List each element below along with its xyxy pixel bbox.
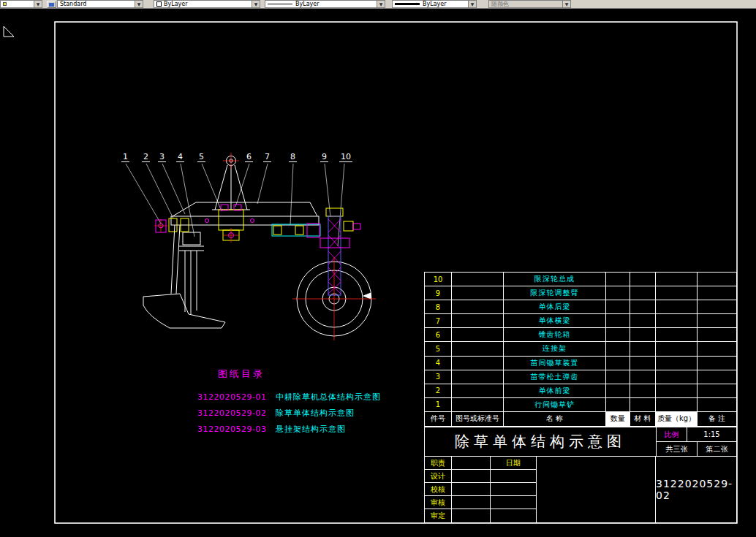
part-material-cell xyxy=(630,384,656,398)
part-name-cell: 苗带松土弹齿 xyxy=(504,370,606,384)
frame-geometry xyxy=(143,156,371,337)
lineweight-sample-icon xyxy=(395,3,420,5)
part-qty-cell xyxy=(606,398,630,412)
part-drawing-no-cell xyxy=(452,286,504,300)
signature-cell xyxy=(452,470,491,483)
catalog-item: 3122020529-01 中耕除草机总体结构示意图 xyxy=(197,389,417,405)
text-style-value: Standard xyxy=(60,1,86,7)
part-drawing-no-cell xyxy=(452,328,504,342)
notes-cell xyxy=(537,457,656,522)
text-style-dropdown[interactable]: Standard ▼ xyxy=(57,0,143,8)
part-qty-cell xyxy=(606,384,630,398)
color-value: ByLayer xyxy=(164,1,188,7)
part-qty-cell xyxy=(606,357,630,370)
part-name-cell: 苗间锄草装置 xyxy=(504,357,606,370)
part-name-cell: 单体前梁 xyxy=(504,384,606,398)
role-label: 职责 xyxy=(425,457,452,470)
toolbar: ▼ Standard ▼ ByLayer ▼ ByLayer ▼ ByLayer… xyxy=(0,0,756,9)
part-material-cell xyxy=(630,300,656,314)
plot-style-dropdown: 随颜色 ▼ xyxy=(488,0,571,8)
callout-1: 1 xyxy=(121,153,129,162)
part-drawing-no-cell xyxy=(452,370,504,384)
part-material-cell xyxy=(630,286,656,300)
part-name-cell: 限深轮调整臂 xyxy=(504,286,606,300)
title-block-signature-grid: 职责 日期 3122020529-02 设计 校核 审核 审定 xyxy=(424,456,737,523)
part-remarks-cell xyxy=(698,286,736,300)
part-material-cell xyxy=(630,370,656,384)
machine-side-view xyxy=(126,153,376,340)
linetype-sample-icon xyxy=(268,4,292,4)
part-weight-cell xyxy=(656,314,698,328)
scale-value: 1:15 xyxy=(687,427,736,441)
role-label: 校核 xyxy=(425,483,452,496)
colored-components xyxy=(156,205,360,295)
sheet-index: 第二张 xyxy=(698,442,736,456)
part-material-cell xyxy=(630,273,656,286)
part-name-cell: 单体横梁 xyxy=(504,314,606,328)
part-qty-cell xyxy=(606,300,630,314)
date-label: 日期 xyxy=(491,457,537,470)
part-name-cell: 连接架 xyxy=(504,342,606,356)
header-weight: 质量（kg） xyxy=(656,412,698,426)
linetype-dropdown[interactable]: ByLayer ▼ xyxy=(265,0,385,8)
role-label: 设计 xyxy=(425,470,452,483)
date-cell xyxy=(491,483,537,496)
part-weight-cell xyxy=(656,370,698,384)
callout-5: 5 xyxy=(197,153,205,162)
drawing-number: 3122020529-02 xyxy=(656,478,736,501)
catalog-title: 图纸目录 xyxy=(218,367,417,381)
role-label: 审核 xyxy=(425,496,452,509)
part-remarks-cell xyxy=(698,273,736,286)
catalog-item: 3122020529-03 悬挂架结构示意图 xyxy=(197,422,417,438)
part-remarks-cell xyxy=(698,300,736,314)
style-toolbar-icon[interactable] xyxy=(47,1,56,8)
part-qty-cell xyxy=(606,314,630,328)
color-swatch-icon xyxy=(156,1,162,7)
dropdown-arrow-icon[interactable]: ▼ xyxy=(252,1,260,7)
plot-style-value: 随颜色 xyxy=(491,0,509,8)
catalog-item-name: 悬挂架结构示意图 xyxy=(276,424,346,434)
signature-cell xyxy=(452,509,491,522)
part-qty-cell xyxy=(606,286,630,300)
part-no-cell: 9 xyxy=(425,286,452,300)
part-name-cell: 行间锄草铲 xyxy=(504,398,606,412)
part-weight-cell xyxy=(656,357,698,370)
parts-table: 10 限深轮总成 9 限深轮调整臂 8 单体后梁 7 单体横梁 6 锥齿轮箱 5… xyxy=(424,272,737,427)
catalog-item-name: 除草单体结构示意图 xyxy=(276,408,355,418)
catalog-item: 3122020529-02 除草单体结构示意图 xyxy=(197,405,417,422)
part-remarks-cell xyxy=(698,328,736,342)
scale-label: 比例 xyxy=(657,427,687,441)
part-drawing-no-cell xyxy=(452,342,504,356)
color-dropdown[interactable]: ByLayer ▼ xyxy=(154,0,260,8)
layer-dropdown[interactable]: ▼ xyxy=(0,0,42,8)
part-qty-cell xyxy=(606,342,630,356)
date-cell xyxy=(491,470,537,483)
signature-cell xyxy=(452,483,491,496)
dropdown-arrow-icon[interactable]: ▼ xyxy=(468,1,476,7)
part-name-cell: 限深轮总成 xyxy=(504,273,606,286)
part-qty-cell xyxy=(606,370,630,384)
title-block-main-row: 除草单体结构示意图 比例 1:15 共三张 第二张 xyxy=(424,427,737,457)
part-material-cell xyxy=(630,342,656,356)
dropdown-arrow-icon[interactable]: ▼ xyxy=(34,1,42,7)
part-drawing-no-cell xyxy=(452,273,504,286)
header-material: 材 料 xyxy=(630,412,656,426)
lineweight-dropdown[interactable]: ByLayer ▼ xyxy=(392,0,477,8)
drawing-catalog: 图纸目录 3122020529-01 中耕除草机总体结构示意图 31220205… xyxy=(197,367,417,438)
part-drawing-no-cell xyxy=(452,398,504,412)
part-remarks-cell xyxy=(698,342,736,356)
part-remarks-cell xyxy=(698,357,736,370)
part-weight-cell xyxy=(656,286,698,300)
callout-2: 2 xyxy=(142,153,150,162)
part-remarks-cell xyxy=(698,314,736,328)
part-weight-cell xyxy=(656,384,698,398)
dropdown-arrow-icon[interactable]: ▼ xyxy=(377,1,385,7)
part-drawing-no-cell xyxy=(452,314,504,328)
header-name: 名 称 xyxy=(504,412,606,426)
date-cell xyxy=(491,509,537,522)
callout-7: 7 xyxy=(263,153,271,162)
part-weight-cell xyxy=(656,342,698,356)
dropdown-arrow-icon[interactable]: ▼ xyxy=(135,1,143,7)
part-drawing-no-cell xyxy=(452,384,504,398)
sheet-total: 共三张 xyxy=(657,442,698,456)
